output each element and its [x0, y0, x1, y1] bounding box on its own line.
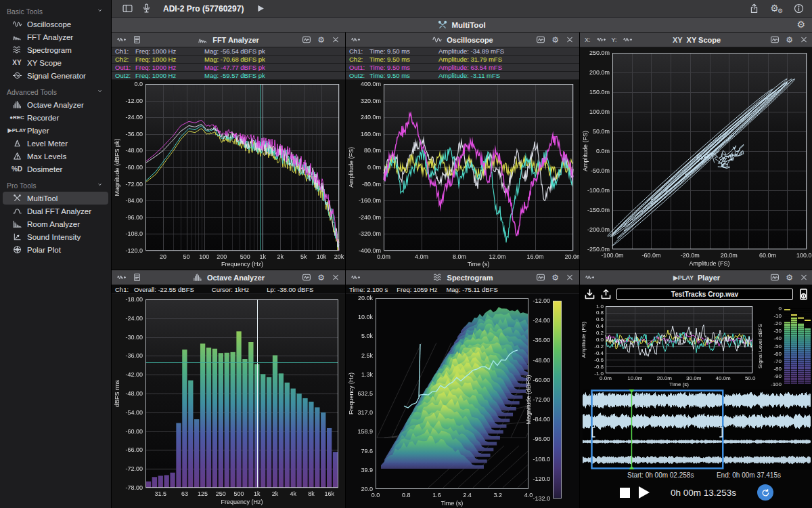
- app-window: Basic Tools Oscilloscope FFT Analyzer Sp…: [0, 0, 812, 508]
- close-icon[interactable]: [331, 35, 340, 44]
- input-device-icon[interactable]: [141, 3, 152, 14]
- input-signal-icon[interactable]: [351, 35, 361, 44]
- multitool-icon: [438, 20, 447, 30]
- y-channel-label: Y:: [612, 37, 617, 43]
- player-overview: [580, 389, 812, 469]
- sidebar-item-multitool[interactable]: MultiTool: [3, 192, 108, 205]
- sidebar-item-octave-analyzer[interactable]: Octave Analyzer: [3, 98, 108, 111]
- signal-level-meter: [756, 303, 812, 389]
- input-signal-icon[interactable]: [351, 273, 361, 282]
- close-icon[interactable]: [799, 273, 809, 282]
- xy-panel-title: XY Scope: [687, 36, 721, 44]
- panel-grid: FFT Analyzer ⚙ Ch1:Freq: 1000 HzMag: -56…: [112, 33, 812, 508]
- device-selector[interactable]: ADI-2 Pro (57760297): [163, 4, 244, 14]
- fft-icon: [198, 35, 208, 44]
- chevron-down-icon: [97, 8, 104, 15]
- chevron-down-icon: [97, 89, 104, 96]
- octave-bars-icon: [192, 273, 203, 282]
- sidebar-item-room-analyzer[interactable]: Room Analyzer: [3, 217, 108, 230]
- oscilloscope-readouts: Ch1:Time: 9.50 msAmplitude: -34.89 mFS C…: [346, 47, 579, 80]
- loop-icon: [761, 488, 770, 497]
- sidebar-toggle-button[interactable]: [122, 3, 133, 14]
- loaded-file-name[interactable]: TestTracks Crop.wav: [616, 289, 793, 300]
- export-file-button[interactable]: [600, 289, 612, 300]
- app-settings-button[interactable]: ⚙⚙: [770, 3, 783, 14]
- chart-options-button[interactable]: [770, 35, 780, 44]
- stop-button[interactable]: [620, 488, 630, 498]
- sidebar-section-pro-tools[interactable]: Pro Tools: [0, 179, 111, 192]
- panel-player: ▶PLAY Player ⚙ TestTracks Crop.wav: [580, 270, 812, 508]
- octave-panel-title: Octave Analyzer: [207, 274, 265, 282]
- panel-octave-analyzer: Octave Analyzer ⚙ Ch1: Overall: -22.55 d…: [112, 270, 345, 508]
- sidebar-item-spectrogram[interactable]: Spectrogram: [3, 43, 108, 56]
- chart-options-button[interactable]: [536, 35, 545, 44]
- gear-icon[interactable]: ⚙: [786, 36, 793, 44]
- fft-panel-header: FFT Analyzer ⚙: [112, 33, 345, 47]
- oscilloscope-panel-header: Oscilloscope ⚙: [346, 33, 579, 47]
- import-file-button[interactable]: [584, 289, 595, 300]
- chart-options-button[interactable]: [302, 35, 311, 44]
- sidebar-item-fft-analyzer[interactable]: FFT Analyzer: [3, 30, 108, 43]
- spectrogram-chart[interactable]: [346, 294, 579, 508]
- info-button[interactable]: [794, 3, 804, 14]
- fft-panel-title: FFT Analyzer: [212, 36, 259, 44]
- multitool-settings-button[interactable]: ⚙: [796, 20, 805, 29]
- sidebar-item-xy-scope[interactable]: XY XY Scope: [3, 56, 108, 69]
- playback-time: 0h 00m 13.253s: [671, 488, 736, 498]
- close-icon[interactable]: [565, 273, 574, 282]
- sidebar-item-dosimeter[interactable]: %D Dosimeter: [3, 163, 108, 175]
- play-word-icon: ▶PLAY: [7, 127, 27, 133]
- sidebar-item-max-levels[interactable]: Max Levels: [3, 150, 108, 163]
- input-signal-icon[interactable]: [116, 273, 127, 282]
- sidebar-item-oscilloscope[interactable]: Oscilloscope: [3, 18, 108, 30]
- spectrogram-icon: [7, 45, 27, 54]
- transport-bar: 0h 00m 13.253s: [580, 480, 812, 508]
- share-button[interactable]: [749, 3, 759, 14]
- octave-chart[interactable]: [112, 294, 345, 508]
- page-title: MultiTool: [451, 21, 485, 29]
- sidebar-item-sound-intensity[interactable]: Sound Intensity: [3, 230, 108, 243]
- waveform-overview[interactable]: [583, 389, 811, 469]
- play-button[interactable]: [639, 486, 650, 499]
- panel-oscilloscope: Oscilloscope ⚙ Ch1:Time: 9.50 msAmplitud…: [346, 33, 579, 270]
- sidebar-item-recorder[interactable]: ●REC Recorder: [3, 111, 108, 124]
- sidebar-item-player[interactable]: ▶PLAY Player: [3, 124, 108, 137]
- sidebar-item-level-meter[interactable]: Level Meter: [3, 137, 108, 150]
- loop-button[interactable]: [757, 484, 773, 501]
- gear-icon[interactable]: ⚙: [551, 274, 559, 282]
- spectrogram-icon: [432, 273, 443, 282]
- gear-icon[interactable]: ⚙: [786, 274, 793, 282]
- player-panel-title: Player: [698, 274, 720, 282]
- player-wave-chart[interactable]: [580, 303, 756, 389]
- sidebar-item-polar-plot[interactable]: Polar Plot: [3, 243, 108, 256]
- gear-icon[interactable]: ⚙: [551, 36, 559, 44]
- close-icon[interactable]: [799, 35, 809, 44]
- oscilloscope-chart[interactable]: [346, 80, 579, 270]
- chart-options-button[interactable]: [770, 273, 780, 282]
- sidebar-item-dual-fft-analyzer[interactable]: Dual FFT Analyzer: [3, 205, 108, 217]
- panel-xy-scope: X: Y: XY XY Scope ⚙: [580, 33, 812, 270]
- xy-chart[interactable]: [580, 47, 812, 270]
- output-signal-icon[interactable]: [585, 273, 595, 282]
- snapshot-icon[interactable]: [132, 35, 142, 44]
- fft-chart[interactable]: [112, 80, 345, 270]
- run-button[interactable]: [255, 3, 265, 14]
- gear-icon[interactable]: ⚙: [317, 36, 325, 44]
- sidebar-section-advanced-tools[interactable]: Advanced Tools: [0, 86, 111, 98]
- selection-end-time: End: 0h 00m 37.415s: [717, 471, 781, 479]
- spectrogram-panel-title: Spectrogram: [447, 274, 493, 282]
- file-info-button[interactable]: [798, 289, 809, 300]
- close-icon[interactable]: [565, 35, 574, 44]
- sidebar-section-basic-tools[interactable]: Basic Tools: [0, 5, 111, 18]
- player-file-row: TestTracks Crop.wav: [580, 285, 812, 303]
- x-signal-icon[interactable]: [596, 35, 606, 44]
- gear-icon[interactable]: ⚙: [317, 274, 325, 282]
- y-signal-icon[interactable]: [623, 35, 633, 44]
- chart-options-button[interactable]: [302, 273, 311, 282]
- close-icon[interactable]: [331, 273, 340, 282]
- input-signal-icon[interactable]: [116, 35, 127, 44]
- signal-generator-icon: [7, 71, 27, 80]
- snapshot-icon[interactable]: [132, 273, 142, 282]
- chart-options-button[interactable]: [536, 273, 545, 282]
- sidebar-item-signal-generator[interactable]: Signal Generator: [3, 69, 108, 82]
